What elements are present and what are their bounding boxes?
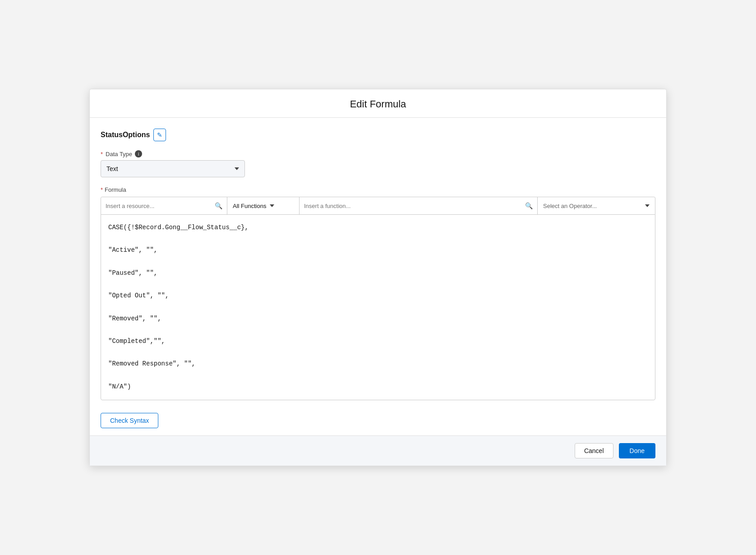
function-search-input[interactable] [304, 203, 525, 209]
cancel-button[interactable]: Cancel [575, 443, 613, 458]
data-type-label: * Data Type i [101, 150, 655, 157]
edit-field-name-button[interactable]: ✎ [153, 129, 166, 141]
field-name-label: StatusOptions [101, 131, 150, 139]
formula-label-text: Formula [105, 186, 126, 193]
operator-chevron-icon [645, 204, 650, 207]
field-name-row: StatusOptions ✎ [101, 129, 655, 141]
resource-search-icon: 🔍 [215, 202, 222, 209]
required-star: * [101, 151, 103, 157]
formula-section: * Formula 🔍 All Functions 🔍 [101, 186, 655, 400]
data-type-section: * Data Type i Text [101, 150, 655, 177]
data-type-select[interactable]: Text [101, 160, 245, 177]
edit-formula-modal: Edit Formula StatusOptions ✎ * Data Type… [89, 89, 667, 466]
function-search-icon: 🔍 [525, 202, 533, 209]
resource-search-container: 🔍 [101, 197, 227, 214]
check-syntax-button[interactable]: Check Syntax [101, 413, 158, 428]
functions-dropdown-label: All Functions [233, 203, 266, 209]
modal-body: StatusOptions ✎ * Data Type i Text * For… [90, 118, 666, 435]
formula-editor[interactable]: CASE({!$Record.Gong__Flow_Status__c}, "A… [101, 214, 655, 400]
chevron-down-icon [235, 167, 239, 170]
pencil-icon: ✎ [157, 131, 162, 139]
formula-required-star: * [101, 186, 103, 193]
resource-search-input[interactable] [106, 203, 215, 209]
functions-chevron-icon [270, 204, 274, 207]
data-type-label-text: Data Type [106, 151, 132, 157]
done-button[interactable]: Done [619, 443, 655, 458]
formula-toolbar: 🔍 All Functions 🔍 Select an Operator... [101, 197, 655, 214]
formula-label: * Formula [101, 186, 655, 193]
function-search-container: 🔍 [300, 197, 538, 214]
functions-dropdown[interactable]: All Functions [227, 197, 300, 214]
info-icon[interactable]: i [135, 150, 142, 157]
data-type-selected-value: Text [106, 165, 118, 172]
operator-placeholder-text: Select an Operator... [543, 203, 597, 209]
modal-header: Edit Formula [90, 89, 666, 118]
operator-dropdown[interactable]: Select an Operator... [538, 197, 655, 214]
modal-title: Edit Formula [101, 98, 655, 110]
modal-footer: Cancel Done [90, 435, 666, 466]
